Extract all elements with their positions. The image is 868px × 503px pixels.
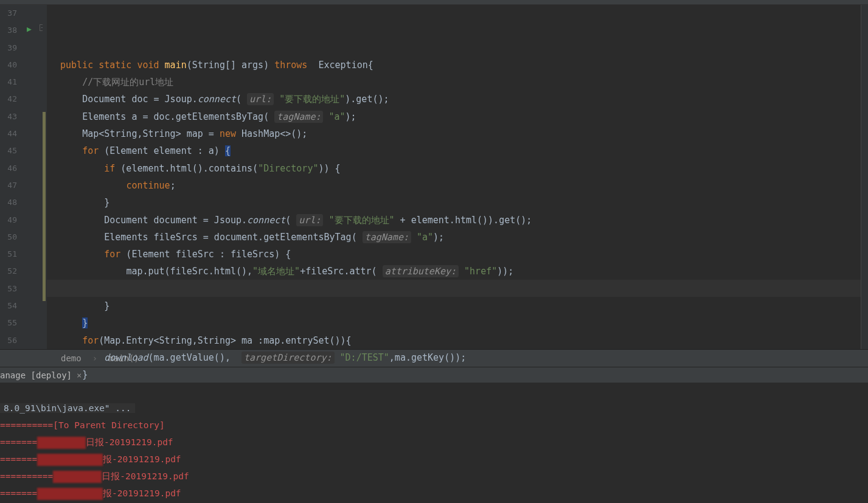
code-line: } (60, 317, 88, 328)
console-line: ==========日报-20191219.pdf (0, 471, 189, 481)
code-line: //下载网址的url地址 (60, 77, 173, 88)
gutter-icons: ▶ − (21, 5, 43, 349)
console-line: =======报-20191219.pdf (0, 454, 181, 464)
code-line: } (60, 300, 109, 311)
console-line: ==========[To Parent Directory] (0, 420, 165, 430)
console-command: 8.0_91\bin\java.exe" ... (0, 403, 135, 413)
console-tab[interactable]: anage [deploy] × (0, 367, 868, 383)
editor-tabs-bar (0, 0, 868, 5)
code-line: public static void main(String[] args) t… (60, 60, 373, 71)
code-line: Document doc = Jsoup.connect( url: "要下载的… (60, 93, 389, 105)
code-line: download(ma.getValue(), targetDirectory:… (60, 352, 466, 364)
code-line: Map<String,String> map = new HashMap<>()… (60, 128, 307, 139)
console-output[interactable]: 8.0_91\bin\java.exe" ... ==========[To P… (0, 383, 868, 503)
run-icon[interactable]: ▶ (27, 24, 32, 33)
line-number-gutter: 37 38 39 40 41 42 43 44 45 46 47 48 49 5… (0, 5, 21, 349)
code-editor[interactable]: public static void main(String[] args) t… (47, 5, 861, 349)
editor-area: 37 38 39 40 41 42 43 44 45 46 47 48 49 5… (0, 5, 868, 349)
error-stripe[interactable] (861, 5, 868, 349)
code-line: for(Map.Entry<String,String> ma :map.ent… (60, 335, 352, 346)
code-line: Document document = Jsoup.connect( url: … (60, 214, 532, 226)
console-line: =======报-20191219.pdf (0, 488, 181, 498)
code-line: Elements fileSrcs = document.getElements… (60, 231, 444, 243)
code-line: Elements a = doc.getElementsByTag( tagNa… (60, 111, 356, 123)
code-line: continue; (60, 180, 176, 191)
code-line (60, 43, 66, 54)
code-line: for (Element element : a) { (60, 145, 231, 156)
code-line: } (60, 369, 88, 380)
change-marker-strip (43, 5, 47, 349)
code-line: if (element.html().contains("Directory")… (60, 163, 341, 174)
code-line: for (Element fileSrc : fileSrcs) { (60, 249, 291, 260)
code-line: map.put(fileSrc.html(),"域名地址"+fileSrc.at… (60, 265, 513, 277)
console-line: =======日报-20191219.pdf (0, 437, 173, 447)
code-line: } (60, 197, 109, 208)
